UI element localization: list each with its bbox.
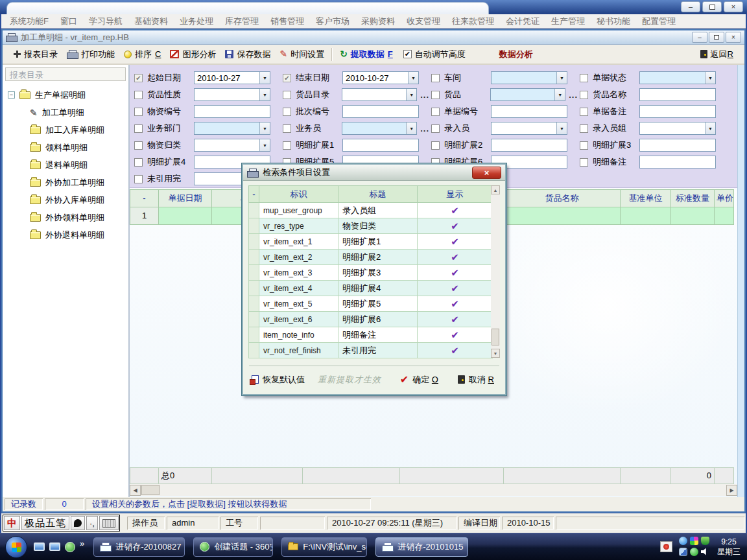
row-selector[interactable] (249, 218, 259, 234)
collapse-icon[interactable]: − (8, 91, 15, 99)
toolbar-button[interactable]: 图形分析 (165, 47, 220, 62)
qq-icon[interactable] (679, 537, 687, 545)
dropdown[interactable]: ▼ (490, 88, 565, 101)
grid-cell[interactable] (621, 207, 671, 225)
toolbar-button[interactable]: 打印功能 (62, 47, 119, 62)
dropdown[interactable]: ▼ (342, 88, 417, 101)
cancel-button[interactable]: 取消 R (455, 373, 497, 387)
ime-keyboard-button[interactable] (99, 516, 119, 530)
text-input[interactable] (639, 105, 716, 118)
text-input[interactable] (342, 105, 419, 118)
menu-item[interactable]: 会计凭证 (500, 14, 545, 29)
menu-item[interactable]: 生产管理 (545, 14, 591, 29)
checkbox[interactable]: ✔ (134, 74, 143, 82)
menu-item[interactable]: 秘书功能 (591, 14, 636, 29)
menu-item[interactable]: 系统功能F (4, 14, 54, 29)
mdi-minimize-button[interactable]: – (692, 32, 707, 43)
chevron-down-icon[interactable]: ▼ (406, 89, 416, 100)
dropdown[interactable]: ▼ (639, 71, 716, 84)
toolbar-button[interactable]: 报表目录 (9, 47, 62, 62)
dropdown[interactable]: ▼ (194, 139, 270, 152)
tree-item[interactable]: 外协加工单明细 (5, 174, 126, 191)
chevron-down-icon[interactable]: ▼ (556, 72, 567, 84)
column-header[interactable]: 标准数量 (671, 189, 715, 207)
checkbox[interactable] (580, 108, 588, 116)
mdi-restore-button[interactable] (709, 32, 724, 43)
scrollbar-thumb[interactable] (141, 485, 160, 495)
text-input[interactable] (639, 156, 716, 169)
tray-app-icon[interactable] (660, 541, 672, 552)
taskbar-button[interactable]: 创建话题 - 360安... (193, 537, 273, 557)
menu-item[interactable]: 往来款管理 (446, 14, 500, 29)
menu-item[interactable]: 采购资料 (355, 14, 401, 29)
column-header[interactable]: 单价 (715, 189, 734, 207)
ime-toolbar[interactable]: 中 极品五笔 ·, (3, 515, 120, 531)
tree-item[interactable]: 领料单明细 (5, 139, 126, 156)
toolbar-button[interactable]: 排序C (119, 47, 165, 62)
text-input[interactable] (639, 88, 716, 101)
ime-language-icon[interactable]: 中 (4, 516, 20, 530)
dropdown[interactable]: ▼ (194, 88, 270, 101)
chevron-down-icon[interactable]: ▼ (408, 72, 418, 84)
chevron-down-icon[interactable]: ▼ (259, 139, 270, 151)
network-icon[interactable] (679, 548, 687, 556)
checkbox[interactable] (580, 141, 588, 150)
menu-item[interactable]: 业务处理 (174, 14, 219, 29)
360-safety-icon[interactable] (65, 542, 75, 552)
ellipsis-button[interactable]: ... (569, 90, 578, 100)
row-selector[interactable] (249, 312, 259, 327)
shown-checkmark-icon[interactable]: ✔ (418, 218, 493, 234)
shown-checkmark-icon[interactable]: ✔ (418, 265, 493, 281)
return-button[interactable]: 返回R (696, 47, 738, 62)
checkbox[interactable] (283, 91, 291, 99)
tree-item[interactable]: ✎加工单明细 (5, 104, 126, 121)
row-selector[interactable] (249, 327, 259, 343)
checkbox[interactable] (283, 141, 291, 150)
overflow-chevron-icon[interactable]: » (80, 539, 84, 548)
dropdown[interactable]: ▼ (491, 122, 567, 135)
tree-item[interactable]: 外协退料单明细 (5, 226, 126, 244)
checkbox[interactable] (134, 175, 143, 183)
table-row[interactable]: vr_res_type物资归类✔ (249, 218, 493, 234)
table-row[interactable]: vr_item_ext_3明细扩展3✔ (249, 265, 493, 281)
shown-checkmark-icon[interactable]: ✔ (418, 250, 493, 265)
dialog-column-header[interactable]: 标题 (338, 186, 418, 203)
window-minimize-button[interactable]: – (681, 1, 700, 12)
text-input[interactable] (194, 105, 270, 118)
row-selector[interactable] (249, 343, 259, 358)
grid-cell[interactable]: 1 (130, 207, 159, 225)
scroll-right-button[interactable]: ▶ (726, 485, 737, 496)
checkbox[interactable] (580, 74, 588, 82)
toolbar-button[interactable]: ✎时间设置 (275, 47, 329, 62)
toolbar-button[interactable]: 保存数据 (220, 47, 275, 62)
column-header[interactable]: - (130, 189, 159, 207)
ime-name[interactable]: 极品五笔 (21, 516, 69, 530)
text-input[interactable] (491, 105, 567, 118)
checkbox[interactable] (283, 108, 291, 116)
dropdown[interactable]: ▼ (491, 71, 567, 84)
window-restore-button[interactable] (702, 1, 722, 12)
data-analysis-button[interactable]: 数据分析 (495, 47, 538, 62)
checkbox[interactable] (134, 124, 143, 133)
checkbox[interactable] (134, 108, 143, 116)
updater-icon[interactable] (690, 548, 698, 556)
tree-item[interactable]: 加工入库单明细 (5, 121, 126, 139)
table-row[interactable]: mup_user_group录入员组✔ (249, 203, 493, 218)
shown-checkmark-icon[interactable]: ✔ (418, 281, 493, 296)
menu-item[interactable]: 学习导航 (83, 14, 128, 29)
ok-button[interactable]: ✔ 确定 O (397, 372, 441, 387)
checkbox[interactable] (580, 124, 588, 133)
dialog-close-button[interactable]: × (472, 167, 501, 179)
chevron-down-icon[interactable]: ▼ (406, 122, 416, 134)
menu-item[interactable]: 库存管理 (219, 14, 265, 29)
vertical-scrollbar[interactable] (737, 65, 744, 497)
ellipsis-button[interactable]: ... (420, 90, 429, 100)
shown-checkmark-icon[interactable]: ✔ (418, 234, 493, 250)
dialog-scrollbar[interactable]: ▲ ▼ (491, 185, 500, 358)
taskbar-button[interactable]: 进销存-20100827 (93, 537, 185, 557)
grid-cell[interactable] (671, 207, 715, 225)
mdi-close-button[interactable]: × (726, 32, 741, 43)
shown-checkmark-icon[interactable]: ✔ (418, 296, 493, 312)
horizontal-scrollbar[interactable]: ◀ ▶ (130, 484, 737, 496)
checkbox[interactable] (134, 158, 143, 167)
